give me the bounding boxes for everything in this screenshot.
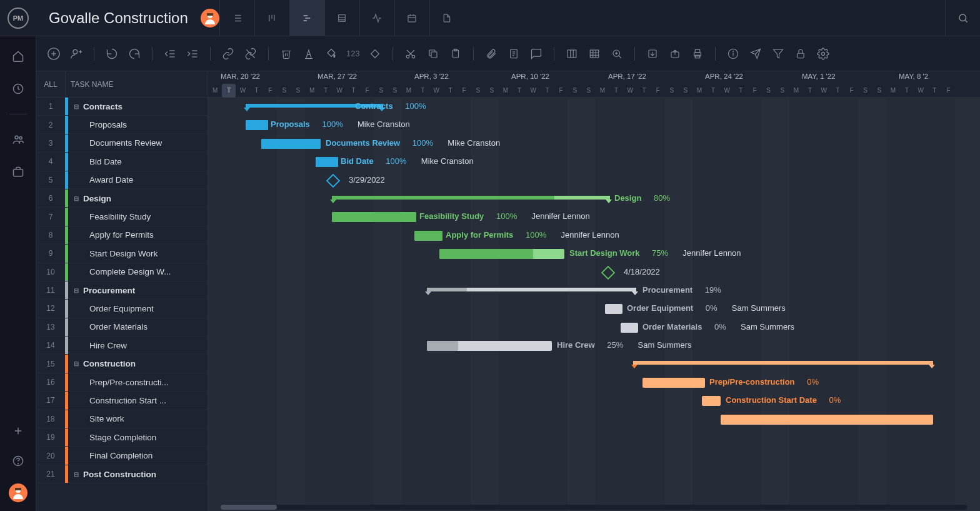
text-color-button[interactable] [299,44,319,64]
redo-button[interactable] [124,44,144,64]
task-bar[interactable] [702,396,721,406]
lock-button[interactable] [791,44,811,64]
summary-bar[interactable] [633,361,933,365]
filter-button[interactable] [768,44,788,64]
gantt-row[interactable]: Proposals 100% Mike Cranston [208,116,980,134]
task-bar[interactable] [621,323,638,333]
collapse-icon[interactable]: ⊟ [72,471,81,478]
search-button[interactable] [945,0,980,36]
gantt-row[interactable]: Procurement 19% [208,281,980,300]
task-row[interactable]: 20 Final Completion [36,447,208,465]
gantt-row[interactable]: Construction Start Date 0% [208,392,980,410]
gantt-row[interactable] [208,355,980,373]
fill-color-button[interactable] [321,44,341,64]
task-row[interactable]: 21 ⊟ Post Construction [36,465,208,483]
attachment-button[interactable] [481,44,501,64]
gantt-row[interactable]: Apply for Permits 100% Jennifer Lennon [208,226,980,245]
view-calendar-icon[interactable] [394,0,429,36]
milestone-button[interactable] [365,44,385,64]
collapse-icon[interactable]: ⊟ [72,103,81,110]
gantt-row[interactable]: Order Equipment 0% Sam Summers [208,300,980,318]
col-all[interactable]: ALL [36,80,65,89]
task-row[interactable]: 6 ⊟ Design [36,190,208,208]
paste-button[interactable] [446,44,466,64]
undo-button[interactable] [102,44,122,64]
indent-button[interactable] [182,44,202,64]
gantt-row[interactable] [208,410,980,428]
project-avatar[interactable] [201,9,219,28]
view-board-icon[interactable] [254,0,289,36]
columns-button[interactable] [562,44,582,64]
zoom-button[interactable] [607,44,627,64]
col-task-name[interactable]: TASK NAME [65,71,208,97]
gantt-body[interactable]: Contracts 100% Proposals 100% Mike Crans… [208,98,980,511]
gantt-row[interactable]: Feasibility Study 100% Jennifer Lennon [208,208,980,226]
collapse-icon[interactable]: ⊟ [72,360,81,367]
view-list-icon[interactable] [219,0,254,36]
cut-button[interactable] [401,44,421,64]
milestone-icon[interactable] [601,265,616,280]
task-row[interactable]: 12 Order Equipment [36,300,208,318]
home-icon[interactable] [11,49,26,64]
task-row[interactable]: 9 Start Design Work [36,245,208,263]
gantt-row[interactable]: Design 80% [208,190,980,208]
gantt-row[interactable]: Documents Review 100% Mike Cranston [208,134,980,153]
recent-icon[interactable] [11,81,26,96]
task-row[interactable]: 10 Complete Design W... [36,263,208,281]
help-icon[interactable] [11,453,26,468]
settings-button[interactable] [813,44,833,64]
milestone-icon[interactable] [326,173,341,188]
add-icon[interactable] [11,423,26,438]
print-button[interactable] [688,44,708,64]
gantt-row[interactable]: Contracts 100% [208,98,980,116]
portfolio-icon[interactable] [11,164,26,180]
gantt-row[interactable]: Order Materials 0% Sam Summers [208,318,980,336]
view-activity-icon[interactable] [359,0,394,36]
gantt-row[interactable]: Hire Crew 25% Sam Summers [208,336,980,355]
task-row[interactable]: 18 Site work [36,410,208,428]
gantt-chart[interactable]: MAR, 20 '22MAR, 27 '22APR, 3 '22APR, 10 … [208,71,980,511]
unlink-button[interactable] [241,44,261,64]
task-row[interactable]: 11 ⊟ Procurement [36,281,208,300]
logo[interactable]: PM [0,0,36,36]
task-row[interactable]: 3 Documents Review [36,134,208,153]
team-icon[interactable] [11,132,26,147]
task-row[interactable]: 4 Bid Date [36,153,208,171]
user-avatar[interactable] [9,483,28,502]
scrollbar-thumb[interactable] [221,505,277,510]
view-gantt-icon[interactable] [289,0,324,36]
collapse-icon[interactable]: ⊟ [72,195,81,202]
task-row[interactable]: 1 ⊟ Contracts [36,98,208,116]
task-row[interactable]: 16 Prep/Pre-constructi... [36,373,208,392]
scrollbar-horizontal[interactable] [221,505,968,510]
link-button[interactable] [218,44,238,64]
gantt-row[interactable] [208,447,980,465]
outdent-button[interactable] [160,44,180,64]
gantt-row[interactable] [208,465,980,483]
task-row[interactable]: 14 Hire Crew [36,336,208,355]
task-row[interactable]: 19 Stage Completion [36,428,208,447]
gantt-row[interactable]: 4/18/2022 [208,263,980,281]
copy-button[interactable] [423,44,443,64]
add-user-button[interactable] [66,44,86,64]
gantt-row[interactable]: Bid Date 100% Mike Cranston [208,153,980,171]
task-row[interactable]: 8 Apply for Permits [36,226,208,245]
task-bar[interactable] [721,415,933,425]
export-button[interactable] [665,44,685,64]
task-row[interactable]: 13 Order Materials [36,318,208,336]
collapse-icon[interactable]: ⊟ [72,287,81,294]
import-button[interactable] [642,44,662,64]
view-sheet-icon[interactable] [324,0,359,36]
gantt-row[interactable] [208,428,980,447]
task-row[interactable]: 5 Award Date [36,171,208,190]
gantt-row[interactable]: Start Design Work 75% Jennifer Lennon [208,245,980,263]
gantt-row[interactable]: Prep/Pre-construction 0% [208,373,980,392]
info-button[interactable] [723,44,743,64]
gantt-row[interactable]: 3/29/2022 [208,171,980,190]
grid-button[interactable] [584,44,604,64]
delete-button[interactable] [276,44,296,64]
task-row[interactable]: 2 Proposals [36,116,208,134]
comment-button[interactable] [526,44,546,64]
view-file-icon[interactable] [429,0,464,36]
task-row[interactable]: 17 Construction Start ... [36,392,208,410]
